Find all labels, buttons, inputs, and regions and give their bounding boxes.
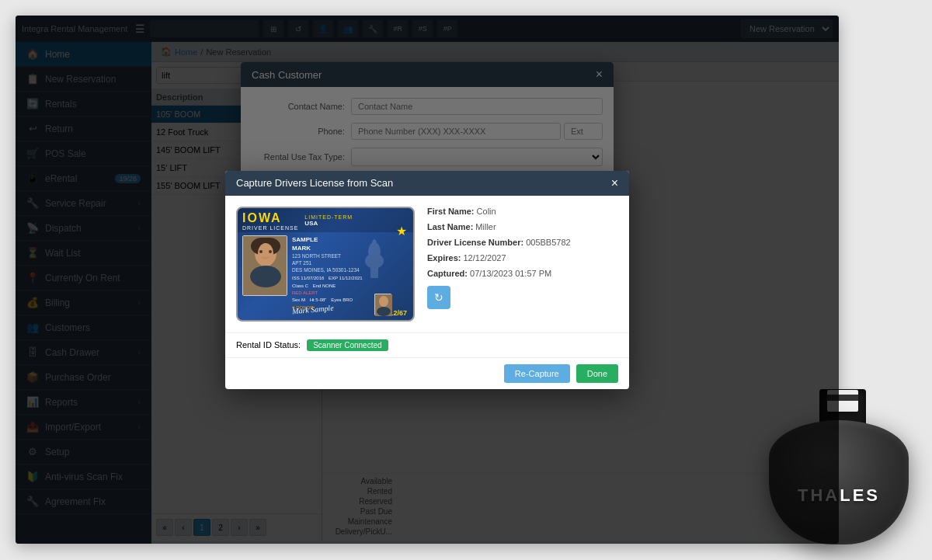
iowa-address-2: APT 251 <box>292 259 409 266</box>
captured-label: Captured: <box>427 269 468 278</box>
dl-status-bar: Rental ID Status: Scanner Connected <box>225 332 629 357</box>
iowa-state-name: IOWA <box>242 211 298 225</box>
captured-row: Captured: 07/13/2023 01:57 PM <box>427 269 618 278</box>
iowa-first-name: MARK <box>292 244 409 252</box>
iowa-dl-subtitle: DRIVER LICENSE <box>242 225 298 231</box>
iowa-usa: USA <box>304 220 353 227</box>
svg-point-13 <box>379 296 388 307</box>
dl-modal-header: Capture Drivers License from Scan × <box>225 171 629 196</box>
dl-modal-title: Capture Drivers License from Scan <box>236 177 393 189</box>
dl-refresh-btn[interactable]: ↻ <box>427 286 450 309</box>
recapture-btn[interactable]: Re-Capture <box>504 364 570 383</box>
last-name-value: Miller <box>475 222 496 231</box>
scanner-connected-badge: Scanner Connected <box>307 339 388 351</box>
captured-value: 07/13/2023 01:57 PM <box>470 269 551 278</box>
dl-info-panel: First Name: Colin Last Name: Miller Driv… <box>427 207 618 322</box>
iowa-city-state: DES MOINES, IA 50301-1234 <box>292 266 409 273</box>
svg-point-14 <box>377 307 391 316</box>
license-small-photo <box>374 294 391 315</box>
dl-modal-footer: Re-Capture Done <box>225 357 629 389</box>
dl-number-label: Driver License Number: <box>427 238 523 247</box>
expires-value: 12/12/2027 <box>463 253 506 263</box>
dl-modal-body: IOWA DRIVER LICENSE LIMITED-TERM USA ★ <box>225 196 629 332</box>
iowa-address: 123 NORTH STREET <box>292 252 409 259</box>
iowa-limited-term: LIMITED-TERM <box>304 214 353 220</box>
iowa-name: SAMPLE <box>292 235 409 244</box>
app-container: Integra Rental Management ☰ ⊞ ↺ 👤 👥 🔧 #R… <box>16 16 839 544</box>
ht-label: Ht 5-08" <box>310 297 327 302</box>
expires-row: Expires: 12/12/2027 <box>427 253 618 263</box>
rental-id-status-label: Rental ID Status: <box>236 340 301 350</box>
dl-number-value: 005BB5782 <box>526 238 571 247</box>
svg-rect-9 <box>261 259 270 266</box>
issue-date-label: ISS 11/07/2016 <box>292 276 324 280</box>
class-label: Class C <box>292 283 308 288</box>
iowa-license-card: IOWA DRIVER LICENSE LIMITED-TERM USA ★ <box>236 207 415 322</box>
dl-card-area: IOWA DRIVER LICENSE LIMITED-TERM USA ★ <box>236 207 415 322</box>
expires-label: Expires: <box>427 253 461 263</box>
first-name-label: First Name: <box>427 207 475 216</box>
dl-modal-close-btn[interactable]: × <box>611 177 618 190</box>
exp-date-label: EXP 11/12/2021 <box>329 276 363 280</box>
sex-label: Sex M <box>292 297 305 302</box>
svg-point-11 <box>269 250 272 253</box>
iowa-star-icon: ★ <box>396 224 407 238</box>
license-top-bar: IOWA DRIVER LICENSE LIMITED-TERM USA ★ <box>238 208 413 232</box>
license-photo <box>242 235 287 296</box>
last-name-row: Last Name: Miller <box>427 222 618 231</box>
svg-point-10 <box>259 250 263 253</box>
dl-capture-overlay: Capture Drivers License from Scan × <box>16 16 839 544</box>
done-btn[interactable]: Done <box>576 364 618 383</box>
first-name-row: First Name: Colin <box>427 207 618 216</box>
end-label: End NONE <box>313 283 336 288</box>
last-name-label: Last Name: <box>427 222 473 231</box>
eyes-label: Eyes BRO <box>331 297 353 302</box>
svg-point-3 <box>372 239 377 249</box>
dl-capture-modal: Capture Drivers License from Scan × <box>225 171 629 389</box>
svg-point-7 <box>250 266 281 287</box>
first-name-value: Colin <box>477 207 496 216</box>
dl-number-row: Driver License Number: 005BB5782 <box>427 238 618 247</box>
